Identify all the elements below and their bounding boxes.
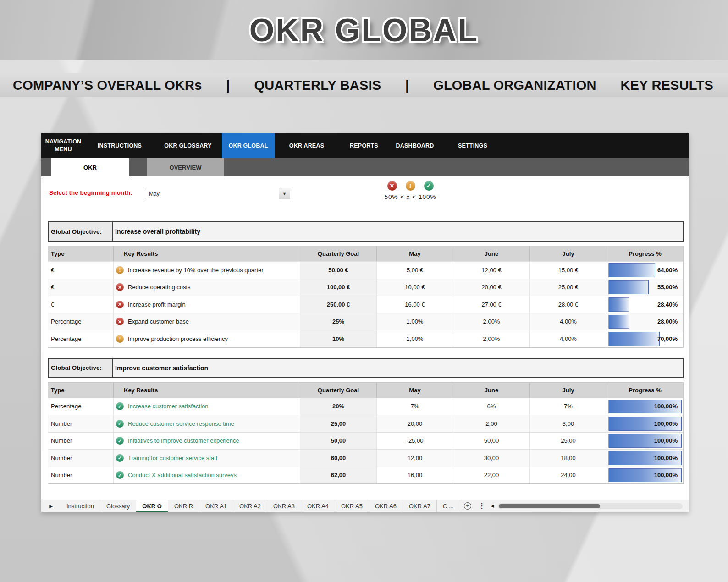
table-row: Percentage✓Increase customer satisfactio… <box>48 398 683 415</box>
sheet-tab-okr-a3[interactable]: OKR A3 <box>267 500 301 512</box>
cell-quarterly-goal: 10% <box>300 330 376 347</box>
progress-percent: 100,00% <box>607 450 683 467</box>
month-select-label: Select the beginning month: <box>49 189 132 196</box>
subtab-okr[interactable]: OKR <box>51 158 129 176</box>
sheet-tab-okr-a1[interactable]: OKR A1 <box>199 500 233 512</box>
table-row: Number✓Conduct X additional satisfaction… <box>48 467 683 484</box>
sheet-nav-arrow-icon[interactable]: ▶ <box>41 500 61 512</box>
page-title: OKR GLOBAL <box>249 12 479 49</box>
nav-tab-okr-glossary[interactable]: OKR GLOSSARY <box>154 133 222 158</box>
objective-value: Increase overall profitability <box>113 222 683 241</box>
cell-progress: 55,00% <box>607 279 683 296</box>
sheet-subtabs: OKROVERVIEW <box>41 158 689 176</box>
progress-percent: 100,00% <box>607 398 683 415</box>
cell-key-result: ✓Increase customer satisfaction <box>113 398 300 415</box>
sheet-options-icon[interactable]: ⋮ <box>475 500 489 512</box>
cell-july: 3,00 <box>529 415 607 432</box>
sheet-tab-okr-a5[interactable]: OKR A5 <box>335 500 369 512</box>
cell-may: 10,00 € <box>376 279 453 296</box>
nav-tab-navigation-menu[interactable]: NAVIGATION MENU <box>41 133 85 158</box>
scroll-left-icon[interactable]: ◀ <box>489 500 496 512</box>
cell-quarterly-goal: 20% <box>300 398 376 415</box>
cell-june: 6% <box>453 398 529 415</box>
cell-july: 4,00% <box>529 313 607 330</box>
subtitle-bar: COMPANY’S OVERALL OKRs | QUARTERLY BASIS… <box>0 73 728 97</box>
month-dropdown-value: May <box>145 188 279 199</box>
key-result-text: Improve production process efficiency <box>128 335 228 342</box>
cell-key-result: ✓Training for customer service staff <box>113 450 300 467</box>
add-sheet-icon[interactable]: + <box>460 500 475 512</box>
banner: OKR GLOBAL <box>0 0 728 60</box>
warning-icon: ! <box>406 181 415 191</box>
sheet-tab-okr-a2[interactable]: OKR A2 <box>233 500 267 512</box>
subtitle-part-3: GLOBAL ORGANIZATION <box>433 78 596 93</box>
table-row: €!Increase revenue by 10% over the previ… <box>48 261 683 279</box>
key-result-text: Reduce customer service response time <box>128 420 234 427</box>
cell-progress: 64,00% <box>607 262 683 279</box>
key-result-text: Conduct X additional satisfaction survey… <box>128 472 237 478</box>
sheet-tab-okr-o[interactable]: OKR O <box>136 500 168 512</box>
sheet-tab-okr-a6[interactable]: OKR A6 <box>369 500 403 512</box>
column-header-june: June <box>453 246 529 261</box>
sheet-tab-okr-r[interactable]: OKR R <box>168 500 199 512</box>
success-icon: ✓ <box>116 420 124 428</box>
cell-may: 1,00% <box>376 313 453 330</box>
cell-key-result: !Increase revenue by 10% over the previo… <box>113 262 300 279</box>
cell-progress: 100,00% <box>607 398 683 415</box>
controls-row: Select the beginning month: May ▼ ✕!✓ 50… <box>41 176 689 212</box>
cell-may: 16,00 <box>376 467 453 484</box>
table-header-row: TypeKey ResultsQuarterly GoalMayJuneJuly… <box>48 246 683 261</box>
nav-tab-okr-global[interactable]: OKR GLOBAL <box>222 133 275 158</box>
cell-quarterly-goal: 50,00 <box>300 433 376 450</box>
column-header-june: June <box>453 383 529 398</box>
scrollbar-thumb[interactable] <box>499 504 601 508</box>
sheet-tab-glossary[interactable]: Glossary <box>100 500 136 512</box>
cell-may: 16,00 € <box>376 296 453 313</box>
objective-row: Global Objective:Increase overall profit… <box>48 221 684 242</box>
sheet-tabs: InstructionGlossaryOKR OOKR ROKR A1OKR A… <box>61 500 460 512</box>
month-dropdown[interactable]: May ▼ <box>145 188 290 199</box>
sheet-tab-bar: ▶ InstructionGlossaryOKR OOKR ROKR A1OKR… <box>41 500 689 512</box>
success-icon: ✓ <box>116 454 124 462</box>
sheet-tab-instruction[interactable]: Instruction <box>61 500 100 512</box>
subtitle-part-2: QUARTERLY BASIS <box>254 78 381 93</box>
table-row: Percentage✕Expand customer base25%1,00%2… <box>48 313 683 330</box>
objective-label: Global Objective: <box>49 359 113 377</box>
cell-key-result: !Improve production process efficiency <box>113 330 300 347</box>
column-header-quarterly-goal: Quarterly Goal <box>300 383 376 398</box>
cell-key-result: ✕Reduce operating costs <box>113 279 300 296</box>
cell-july: 4,00% <box>529 330 607 347</box>
subtab-overview[interactable]: OVERVIEW <box>147 158 224 176</box>
error-icon: ✕ <box>116 301 124 308</box>
objective-row: Global Objective:Improve customer satisf… <box>48 358 684 378</box>
nav-tab-reports[interactable]: REPORTS <box>339 133 389 158</box>
sheet-tab-c[interactable]: C ... <box>437 500 460 512</box>
progress-percent: 28,00% <box>607 313 683 330</box>
sheet-tab-okr-a4[interactable]: OKR A4 <box>301 500 335 512</box>
dropdown-arrow-icon[interactable]: ▼ <box>279 188 290 199</box>
success-icon: ✓ <box>424 181 434 191</box>
cell-type: Percentage <box>48 330 113 347</box>
cell-june: 27,00 € <box>453 296 529 313</box>
progress-percent: 100,00% <box>607 467 683 484</box>
table-row: €✕Increase profit margin250,00 €16,00 €2… <box>48 296 683 313</box>
nav-tab-settings[interactable]: SETTINGS <box>441 133 505 158</box>
cell-may: 20,00 <box>376 415 453 432</box>
nav-tab-okr-areas[interactable]: OKR AREAS <box>275 133 339 158</box>
progress-percent: 28,40% <box>607 296 683 313</box>
cell-july: 25,00 <box>529 433 607 450</box>
scrollbar-track[interactable] <box>498 503 683 509</box>
nav-tab-instructions[interactable]: INSTRUCTIONS <box>85 133 154 158</box>
cell-type: € <box>48 296 113 313</box>
key-result-text: Initiatives to improve customer experien… <box>128 437 239 444</box>
cell-key-result: ✕Increase profit margin <box>113 296 300 313</box>
tables-area: Global Objective:Increase overall profit… <box>41 212 689 500</box>
column-header-quarterly-goal: Quarterly Goal <box>300 246 376 261</box>
cell-progress: 28,00% <box>607 313 683 330</box>
table-header-row: TypeKey ResultsQuarterly GoalMayJuneJuly… <box>48 383 683 398</box>
nav-tab-dashboard[interactable]: DASHBOARD <box>389 133 441 158</box>
column-header-type: Type <box>48 383 113 398</box>
cell-quarterly-goal: 25,00 <box>300 415 376 432</box>
cell-quarterly-goal: 25% <box>300 313 376 330</box>
sheet-tab-okr-a7[interactable]: OKR A7 <box>403 500 437 512</box>
